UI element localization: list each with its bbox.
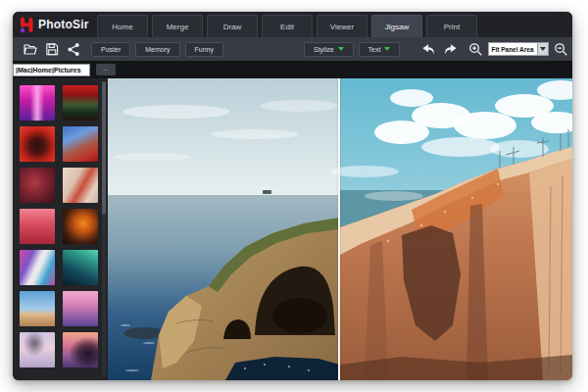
thumbnail-desert-tree[interactable]	[20, 291, 55, 326]
open-folder-icon	[23, 42, 37, 56]
memory-button[interactable]: Memory	[135, 42, 179, 57]
save-icon	[45, 42, 59, 56]
browse-button[interactable]: ‒	[96, 64, 116, 75]
chevron-down-icon	[338, 47, 344, 51]
text-dropdown-label: Text	[368, 46, 381, 53]
funny-button-label: Funny	[195, 46, 214, 53]
fit-panel-select[interactable]: Fit Panel Area	[488, 42, 549, 56]
tab-bar: PhotoSir Home Merge Draw Edit Viewer Jig…	[13, 12, 572, 37]
tab-print[interactable]: Print	[426, 15, 477, 37]
stylize-dropdown[interactable]: Stylize	[304, 42, 354, 57]
zoom-out-icon	[554, 42, 568, 57]
thumbnail-face-paint-portrait[interactable]	[63, 168, 98, 203]
share-icon	[67, 42, 80, 57]
content-area	[13, 78, 572, 380]
tab-jigsaw[interactable]: Jigsaw	[371, 15, 422, 37]
undo-button[interactable]	[419, 40, 438, 59]
text-dropdown[interactable]: Text	[359, 42, 401, 57]
tab-draw[interactable]: Draw	[207, 15, 258, 37]
app-title: PhotoSir	[38, 18, 89, 31]
thumbnail-sidebar	[13, 78, 108, 380]
redo-button[interactable]	[441, 40, 460, 59]
toolbar: Poster Memory Funny Stylize Text	[13, 37, 572, 61]
tab-edit[interactable]: Edit	[262, 15, 313, 37]
app-logo-area: PhotoSir	[13, 12, 91, 37]
zoom-in-icon	[468, 42, 483, 57]
zoom-out-button[interactable]	[552, 40, 570, 59]
compare-divider-handle[interactable]	[338, 78, 340, 380]
poster-button-label: Poster	[101, 46, 121, 53]
thumbnail-pastel-cloud-sea[interactable]	[20, 332, 55, 368]
thumbnail-betta-fish[interactable]	[63, 209, 98, 244]
select-arrow-button[interactable]	[537, 43, 548, 55]
tab-merge[interactable]: Merge	[152, 15, 203, 37]
funny-button[interactable]: Funny	[185, 42, 223, 57]
save-button[interactable]	[42, 40, 61, 59]
stylize-dropdown-label: Stylize	[314, 46, 334, 53]
undo-icon	[421, 43, 436, 56]
share-button[interactable]	[64, 40, 82, 59]
photosir-window: PhotoSir Home Merge Draw Edit Viewer Jig…	[13, 12, 572, 380]
main-tabs: Home Merge Draw Edit Viewer Jigsaw Print	[97, 12, 477, 37]
redo-icon	[443, 43, 458, 56]
dropdown-buttons-group: Stylize Text	[304, 42, 400, 57]
tab-viewer[interactable]: Viewer	[317, 15, 368, 37]
zoom-in-button[interactable]	[466, 40, 485, 59]
open-file-button[interactable]	[21, 40, 39, 59]
thumbnail-neon-corridor[interactable]	[20, 85, 55, 121]
history-group	[419, 40, 460, 59]
thumbnail-neon-sign-portrait[interactable]	[63, 85, 98, 121]
template-buttons-group: Poster Memory Funny	[91, 42, 223, 57]
thumbnail-red-camera-portrait[interactable]	[20, 126, 55, 162]
sidebar-scrollbar[interactable]	[102, 81, 106, 377]
thumbnail-grid	[13, 78, 108, 368]
chevron-down-icon	[384, 47, 390, 51]
thumbnail-sari-portrait[interactable]	[63, 126, 98, 162]
thumbnail-red-lounge-portrait[interactable]	[20, 168, 55, 203]
fit-panel-select-value: Fit Panel Area	[489, 46, 537, 53]
thumbnail-aurora-silhouette[interactable]	[63, 250, 98, 285]
tab-home[interactable]: Home	[97, 15, 148, 37]
thumbnail-graffiti-portrait[interactable]	[20, 250, 55, 285]
sidebar-scrollbar-thumb[interactable]	[102, 81, 106, 215]
thumbnail-sea-stacks-sunset[interactable]	[63, 332, 98, 368]
photo-canvas	[108, 78, 572, 380]
poster-button[interactable]: Poster	[91, 42, 130, 57]
thumbnail-pink-sea-sunset[interactable]	[63, 291, 98, 326]
thumbnail-crimson-portrait[interactable]	[20, 209, 55, 244]
memory-button-label: Memory	[145, 46, 170, 53]
path-input[interactable]	[13, 64, 90, 76]
chevron-down-icon	[540, 47, 546, 51]
photosir-logo-icon	[20, 17, 34, 33]
path-bar: ‒	[13, 61, 572, 78]
